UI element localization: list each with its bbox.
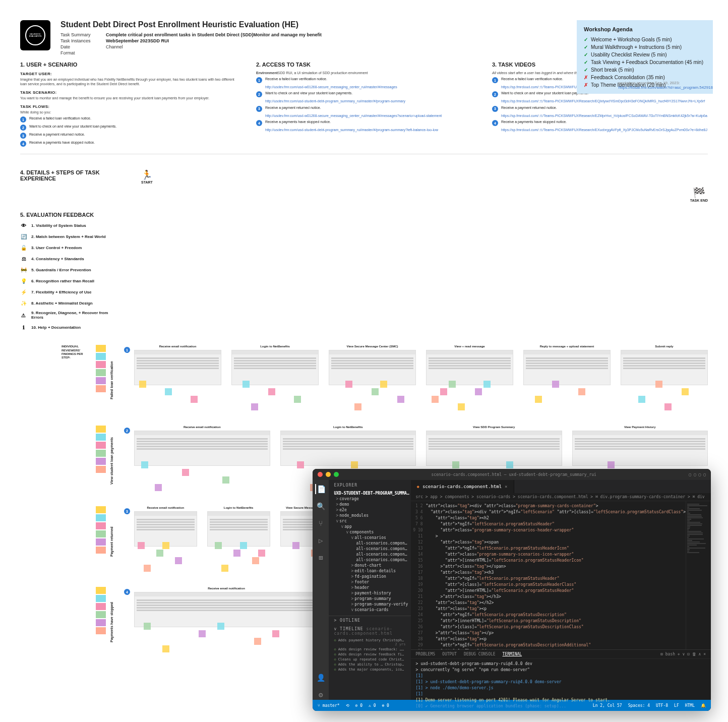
- account-icon[interactable]: 👤: [316, 673, 326, 683]
- sticky-note[interactable]: [191, 396, 198, 403]
- sticky-note[interactable]: [221, 565, 228, 572]
- sticky-note[interactable]: [258, 550, 265, 557]
- close-window-button[interactable]: [318, 472, 323, 477]
- panel-tab[interactable]: DEBUG CONSOLE: [464, 652, 496, 656]
- step-thumbnail[interactable]: [207, 511, 270, 547]
- sticky-note[interactable]: [138, 542, 145, 549]
- warnings-count[interactable]: ⚠ 0: [369, 703, 376, 708]
- access-link[interactable]: https://sp.fmrcloud.com/::t:/Teams-PICKS…: [501, 128, 708, 132]
- sticky-note[interactable]: [483, 381, 491, 388]
- access-link[interactable]: http://usdev.fmr.com/usd-student-debt-pr…: [265, 99, 472, 103]
- step-card[interactable]: Login to NetBenefits: [231, 345, 319, 385]
- step-thumbnail[interactable]: [572, 431, 708, 466]
- sticky-note[interactable]: [440, 388, 447, 395]
- step-card[interactable]: Receive email notification: [134, 587, 319, 627]
- errors-count[interactable]: ⊘ 0: [355, 703, 362, 708]
- panel-tab[interactable]: PROBLEMS: [416, 652, 436, 656]
- window-controls[interactable]: [318, 472, 339, 477]
- tree-item[interactable]: all-scenarios.component.spec.ts: [331, 552, 408, 557]
- sticky-note[interactable]: [141, 461, 148, 468]
- step-card[interactable]: Reply to message + upload statement: [523, 345, 611, 385]
- sticky-note[interactable]: [252, 557, 259, 564]
- step-thumbnail[interactable]: [621, 350, 708, 385]
- tree-item[interactable]: >header: [331, 585, 408, 590]
- sticky-note[interactable]: [294, 396, 301, 403]
- sticky-note[interactable]: [240, 542, 247, 549]
- access-link[interactable]: http://usdev.fmr.com/usd-student-debt-pr…: [265, 128, 472, 132]
- ports[interactable]: ⊕ 0: [382, 703, 389, 708]
- tree-item[interactable]: >donut-chart: [331, 563, 408, 568]
- vscode-titlebar[interactable]: scenario-cards.component.html — uxd-stud…: [313, 469, 711, 480]
- panel-tabs[interactable]: PROBLEMSOUTPUTDEBUG CONSOLETERMINAL⊞ bas…: [411, 650, 711, 659]
- sticky-note[interactable]: [272, 630, 279, 637]
- timeline-header[interactable]: v TIMELINE scenario-cards.component.html: [329, 625, 410, 638]
- tree-item[interactable]: >edit-loan-details: [331, 568, 408, 574]
- sticky-note[interactable]: [297, 461, 304, 468]
- step-card[interactable]: Login to NetBenefits: [207, 506, 270, 550]
- sticky-note[interactable]: [165, 388, 172, 395]
- maximize-window-button[interactable]: [334, 472, 339, 477]
- step-thumbnail[interactable]: [231, 350, 319, 385]
- tree-item[interactable]: >demo: [331, 502, 408, 507]
- terminal[interactable]: > uxd-student-debt-program-summary-rui@4…: [411, 659, 711, 711]
- tree-item[interactable]: >program-summary-verify: [331, 601, 408, 607]
- step-thumbnail[interactable]: [426, 431, 562, 466]
- step-card[interactable]: Receive email notification: [134, 345, 221, 385]
- tree-item[interactable]: >e2e: [331, 507, 408, 513]
- tree-item[interactable]: >fd-pagination: [331, 574, 408, 579]
- sticky-note[interactable]: [182, 469, 189, 476]
- outline-header[interactable]: > OUTLINE: [329, 616, 410, 625]
- step-thumbnail[interactable]: [426, 350, 513, 385]
- close-tab-icon[interactable]: ×: [505, 484, 507, 489]
- access-link[interactable]: http://usdev.fmr.com/usd-w01268-secure_m…: [265, 85, 472, 89]
- sticky-note[interactable]: [162, 645, 169, 652]
- code-area[interactable]: 1 2 3 4 5 6 7 8 9 10 11 12 13 14 15 16 1…: [411, 501, 711, 649]
- step-card[interactable]: Submit reply: [621, 345, 708, 385]
- step-card[interactable]: Receive email notification: [134, 506, 197, 550]
- sticky-note[interactable]: [372, 388, 379, 395]
- extensions-icon[interactable]: ⊞: [316, 553, 326, 563]
- vscode-window[interactable]: scenario-cards.component.html — uxd-stud…: [313, 469, 711, 711]
- debug-icon[interactable]: ▷: [316, 535, 326, 546]
- sticky-note[interactable]: [156, 550, 163, 557]
- sticky-note[interactable]: [345, 381, 352, 388]
- sticky-note[interactable]: [292, 542, 299, 549]
- sticky-note[interactable]: [199, 630, 206, 637]
- explorer-icon[interactable]: 📄: [315, 484, 325, 494]
- step-thumbnail[interactable]: [134, 592, 319, 627]
- step-thumbnail[interactable]: [134, 511, 197, 547]
- tree-item[interactable]: vcomponents: [331, 529, 408, 535]
- step-thumbnail[interactable]: [523, 350, 611, 385]
- sticky-note[interactable]: [155, 484, 162, 491]
- sticky-note[interactable]: [638, 396, 645, 403]
- sticky-note[interactable]: [217, 623, 224, 630]
- sticky-note[interactable]: [506, 461, 513, 468]
- search-icon[interactable]: 🔍: [316, 501, 326, 511]
- sticky-note[interactable]: [254, 638, 261, 645]
- settings-icon[interactable]: ⚙: [316, 690, 326, 700]
- code-content[interactable]: "attr">class="tag"><div "attr">class="pr…: [426, 501, 686, 649]
- tree-item[interactable]: vscenario-cards: [331, 607, 408, 613]
- panel-tab[interactable]: TERMINAL: [503, 652, 522, 656]
- panel-tab[interactable]: OUTPUT: [442, 652, 457, 656]
- sticky-note[interactable]: [175, 557, 182, 564]
- sticky-note[interactable]: [682, 388, 689, 395]
- breadcrumb[interactable]: src > app > components > scenario-cards …: [411, 493, 711, 501]
- sticky-note[interactable]: [449, 381, 456, 388]
- tree-item[interactable]: vsrc: [331, 518, 408, 524]
- timeline-item[interactable]: ◇Adds design review feedback fixes Chris…: [329, 652, 410, 657]
- minimize-window-button[interactable]: [326, 472, 331, 477]
- sticky-note[interactable]: [380, 381, 387, 388]
- sticky-note[interactable]: [233, 550, 240, 557]
- tree-item[interactable]: vall-scenarios: [331, 535, 408, 540]
- timeline-item[interactable]: ◇Adds the ability to … Christopher Schuc…: [329, 662, 410, 667]
- step-card[interactable]: View Payment History: [572, 426, 708, 466]
- step-card[interactable]: Login to NetBenefits: [280, 426, 416, 466]
- sticky-note[interactable]: [655, 381, 662, 388]
- step-thumbnail[interactable]: [134, 350, 221, 385]
- step-thumbnail[interactable]: [134, 431, 270, 466]
- step-card[interactable]: View Secure Message Center (SMC): [329, 345, 416, 385]
- sticky-note[interactable]: [552, 381, 559, 388]
- sticky-note[interactable]: [162, 542, 169, 549]
- step-thumbnail[interactable]: [329, 350, 416, 385]
